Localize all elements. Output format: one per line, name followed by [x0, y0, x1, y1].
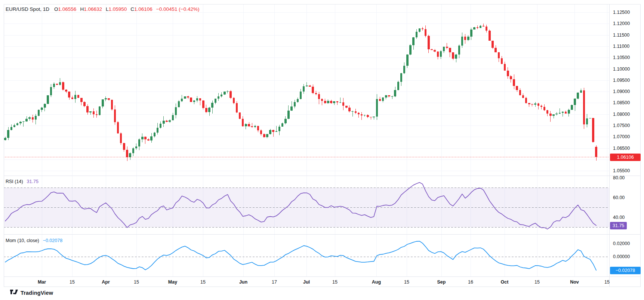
- ohlc-open: O1.06556: [54, 6, 76, 12]
- last-price-badge: 1.06106: [610, 154, 641, 161]
- symbol-title: EUR/USD Spot, 1D: [6, 6, 49, 12]
- ohlc-low: L1.05950: [106, 6, 127, 12]
- mom-legend[interactable]: Mom (10, close) −0.02078: [6, 238, 62, 243]
- candles-layer: [4, 24, 597, 161]
- rsi-name: RSI (14): [6, 179, 23, 184]
- change-value: −0.00451 (−0.42%): [156, 6, 200, 12]
- brand-text: TradingView: [21, 290, 53, 296]
- rsi-legend[interactable]: RSI (14) 31.75: [6, 179, 38, 184]
- time-scale[interactable]: [4, 276, 609, 287]
- trading-chart: EUR/USD Spot, 1D O1.06556 H1.06632 L1.05…: [0, 0, 644, 300]
- mom-value: −0.02078: [43, 238, 62, 243]
- mom-value-badge: −0.02078: [610, 267, 641, 274]
- ohlc-high: H1.06632: [80, 6, 102, 12]
- mom-name: Mom (10, close): [6, 238, 39, 243]
- tradingview-link[interactable]: TradingView: [10, 289, 53, 296]
- price-scale[interactable]: [609, 4, 644, 276]
- gridlines: [4, 4, 609, 276]
- mom-line: [5, 241, 596, 270]
- tradingview-logo-icon: [10, 289, 18, 296]
- rsi-value: 31.75: [27, 179, 38, 184]
- ohlc-close: C1.06106: [130, 6, 152, 12]
- rsi-value-badge: 31.75: [610, 222, 627, 229]
- chart-canvas[interactable]: [0, 0, 644, 300]
- price-legend[interactable]: EUR/USD Spot, 1D O1.06556 H1.06632 L1.05…: [6, 6, 199, 12]
